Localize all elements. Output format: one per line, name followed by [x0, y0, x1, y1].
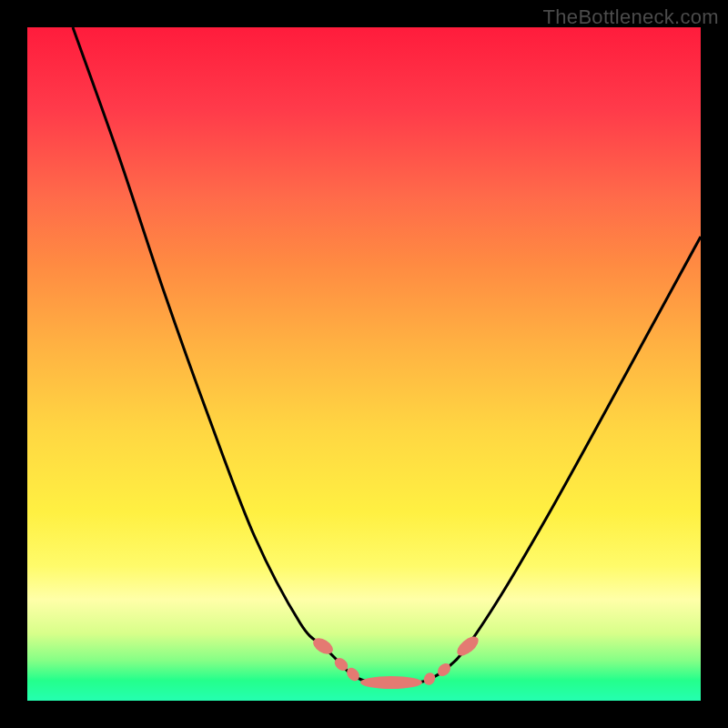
watermark-label: TheBottleneck.com: [543, 5, 719, 29]
chart-plot-area: [27, 27, 701, 701]
